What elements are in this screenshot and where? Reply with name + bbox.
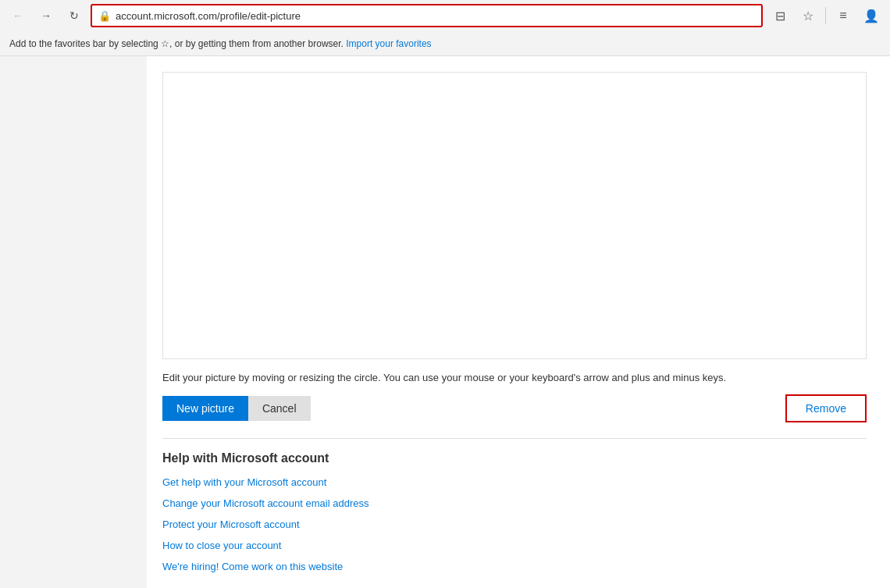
toolbar-right: ⊟ ☆ ≡ 👤 <box>767 4 884 27</box>
url-domain: account.microsoft.com <box>116 10 217 22</box>
forward-icon: → <box>41 9 52 22</box>
reading-view-icon: ⊟ <box>775 9 785 23</box>
url-text: account.microsoft.com/profile/edit-pictu… <box>116 10 301 22</box>
back-button[interactable]: ← <box>6 4 30 27</box>
toolbar: ← → ↻ 🔒 account.microsoft.com/profile/ed… <box>0 0 890 31</box>
favorites-icon: ☆ <box>803 9 813 23</box>
button-row: New picture Cancel Remove <box>162 394 867 422</box>
import-favorites-link[interactable]: Import your favorites <box>346 38 431 49</box>
main-area: Edit your picture by moving or resizing … <box>147 56 890 588</box>
refresh-icon: ↻ <box>69 9 79 22</box>
remove-button[interactable]: Remove <box>785 394 867 422</box>
edit-instructions: Edit your picture by moving or resizing … <box>162 372 867 383</box>
left-sidebar <box>0 56 147 588</box>
menu-button[interactable]: ≡ <box>831 4 856 27</box>
help-section: Help with Microsoft account Get help wit… <box>162 438 867 572</box>
refresh-button[interactable]: ↻ <box>62 4 86 27</box>
reading-view-button[interactable]: ⊟ <box>767 4 792 27</box>
url-path: /profile/edit-picture <box>217 10 301 22</box>
person-icon: 👤 <box>863 9 879 23</box>
help-title: Help with Microsoft account <box>162 451 867 465</box>
forward-button[interactable]: → <box>34 4 58 27</box>
page-content: Edit your picture by moving or resizing … <box>0 56 890 588</box>
favorites-button[interactable]: ☆ <box>796 4 821 27</box>
help-link-5[interactable]: We're hiring! Come work on this website <box>162 561 867 572</box>
favorites-bar: Add to the favorites bar by selecting ☆,… <box>0 31 890 56</box>
picture-editor-area <box>162 72 867 359</box>
lock-icon: 🔒 <box>98 10 111 22</box>
back-icon: ← <box>12 9 23 22</box>
help-link-4[interactable]: How to close your account <box>162 540 867 551</box>
favorites-bar-message: Add to the favorites bar by selecting ☆,… <box>9 38 346 49</box>
help-link-3[interactable]: Protect your Microsoft account <box>162 519 867 530</box>
toolbar-separator <box>825 7 826 24</box>
help-link-2[interactable]: Change your Microsoft account email addr… <box>162 497 867 509</box>
help-link-1[interactable]: Get help with your Microsoft account <box>162 476 867 488</box>
cancel-button[interactable]: Cancel <box>248 396 311 421</box>
help-links: Get help with your Microsoft account Cha… <box>162 476 867 572</box>
menu-icon: ≡ <box>839 9 846 23</box>
browser-chrome: ← → ↻ 🔒 account.microsoft.com/profile/ed… <box>0 0 890 56</box>
button-group: New picture Cancel <box>162 396 311 421</box>
new-picture-button[interactable]: New picture <box>162 396 248 421</box>
address-bar[interactable]: 🔒 account.microsoft.com/profile/edit-pic… <box>91 4 763 27</box>
person-button[interactable]: 👤 <box>859 4 884 27</box>
